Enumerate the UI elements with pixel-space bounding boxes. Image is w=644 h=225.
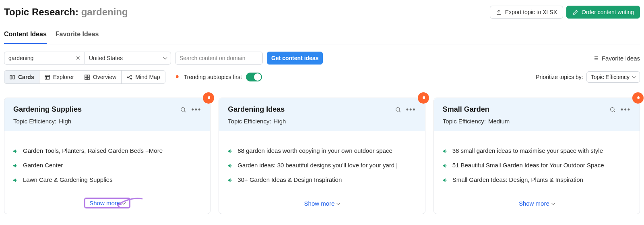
- idea-text: Garden Tools, Planters, Raised Garden Be…: [23, 147, 163, 154]
- search-icon[interactable]: [395, 106, 401, 113]
- list-icon: [592, 55, 599, 61]
- prioritize-dropdown[interactable]: Topic Efficiency: [586, 71, 640, 83]
- bullhorn-icon: [12, 148, 19, 154]
- chevron-down-icon: [163, 56, 167, 60]
- topic-efficiency: Topic Efficiency:High: [13, 118, 201, 125]
- page-title: Topic Research: gardening: [4, 6, 128, 18]
- get-ideas-label: Get content ideas: [271, 55, 318, 61]
- flame-icon: [173, 73, 180, 81]
- trending-toggle[interactable]: [246, 73, 262, 81]
- order-button-label: Order content writing: [582, 9, 634, 15]
- topic-card: Gardening Ideas•••Topic Efficiency:High8…: [219, 98, 425, 214]
- view-cards[interactable]: Cards: [4, 71, 39, 83]
- view-mind-map[interactable]: Mind Map: [122, 71, 165, 83]
- bullhorn-icon: [12, 162, 19, 169]
- search-icon[interactable]: [180, 106, 186, 113]
- topic-input[interactable]: gardening ✕: [4, 52, 85, 65]
- idea-text: Small Garden Ideas: Design, Plants & Ins…: [452, 176, 583, 183]
- flame-icon: [635, 95, 641, 101]
- trending-badge: [632, 92, 644, 104]
- card-title: Small Garden: [443, 105, 489, 114]
- idea-text: 88 garden ideas worth copying in your ow…: [237, 147, 392, 154]
- card-title: Gardening Ideas: [228, 105, 285, 114]
- trending-label: Trending subtopics first: [184, 74, 242, 80]
- export-button[interactable]: Export topic to XLSX: [490, 6, 563, 19]
- idea-item[interactable]: Garden Center: [12, 162, 202, 169]
- idea-text: Garden Center: [23, 162, 63, 169]
- export-button-label: Export topic to XLSX: [505, 9, 557, 15]
- idea-item[interactable]: 88 garden ideas worth copying in your ow…: [227, 147, 417, 154]
- tab-favorite-ideas[interactable]: Favorite Ideas: [56, 26, 99, 44]
- overview-icon: [84, 74, 90, 80]
- trending-badge: [418, 92, 429, 104]
- favorite-ideas-label: Favorite Ideas: [602, 55, 640, 62]
- idea-text: Lawn Care & Gardening Supplies: [23, 176, 113, 183]
- topic-card: Gardening Supplies•••Topic Efficiency:Hi…: [4, 98, 211, 214]
- title-query: gardening: [81, 6, 128, 17]
- more-icon[interactable]: •••: [621, 108, 631, 112]
- view-explorer[interactable]: Explorer: [39, 71, 79, 83]
- cards-icon: [9, 74, 15, 80]
- topic-input-value: gardening: [8, 55, 33, 61]
- search-domain-input[interactable]: Search content on domain: [175, 52, 263, 65]
- flame-icon: [421, 95, 426, 101]
- idea-item[interactable]: 51 Beautiful Small Garden Ideas for Your…: [442, 162, 632, 169]
- chevron-down-icon: [632, 75, 636, 79]
- bullhorn-icon: [227, 177, 233, 183]
- bullhorn-icon: [227, 148, 233, 154]
- favorite-ideas-link[interactable]: Favorite Ideas: [592, 55, 640, 62]
- idea-text: 51 Beautiful Small Garden Ideas for Your…: [452, 162, 604, 169]
- prioritize-value: Topic Efficiency: [591, 74, 630, 80]
- view-switcher: CardsExplorerOverviewMind Map: [4, 70, 165, 84]
- bullhorn-icon: [442, 148, 448, 154]
- bullhorn-icon: [442, 177, 448, 183]
- explorer-icon: [44, 74, 50, 80]
- idea-item[interactable]: Garden ideas: 30 beautiful designs you'l…: [227, 162, 417, 169]
- topic-card: Small Garden•••Topic Efficiency:Medium38…: [433, 98, 640, 214]
- bullhorn-icon: [227, 162, 233, 169]
- idea-item[interactable]: Garden Tools, Planters, Raised Garden Be…: [12, 147, 202, 154]
- title-prefix: Topic Research:: [4, 6, 81, 17]
- prioritize-label: Prioritize topics by:: [536, 74, 583, 80]
- more-icon[interactable]: •••: [406, 108, 416, 112]
- clear-topic-icon[interactable]: ✕: [76, 55, 80, 61]
- bullhorn-icon: [12, 177, 19, 183]
- chevron-down-icon: [551, 201, 555, 205]
- tabs: Content IdeasFavorite Ideas: [4, 26, 640, 44]
- idea-text: 38 small garden ideas to maximise your s…: [452, 147, 603, 154]
- chevron-down-icon: [122, 200, 126, 204]
- show-more-button[interactable]: Show more: [85, 199, 129, 207]
- topic-efficiency: Topic Efficiency:Medium: [443, 118, 631, 125]
- show-more-button[interactable]: Show more: [304, 200, 340, 207]
- mind-map-icon: [126, 74, 132, 80]
- view-overview[interactable]: Overview: [79, 71, 122, 83]
- search-domain-placeholder: Search content on domain: [180, 55, 245, 61]
- card-title: Gardening Supplies: [13, 105, 82, 114]
- tab-content-ideas[interactable]: Content Ideas: [4, 26, 47, 44]
- idea-text: 30+ Garden Ideas & Design Inspiration: [237, 176, 342, 183]
- country-select[interactable]: United States: [85, 52, 171, 65]
- more-icon[interactable]: •••: [191, 108, 201, 112]
- trending-badge: [203, 92, 214, 104]
- idea-item[interactable]: 30+ Garden Ideas & Design Inspiration: [227, 176, 417, 183]
- idea-text: Garden ideas: 30 beautiful designs you'l…: [237, 162, 398, 169]
- chevron-down-icon: [336, 201, 341, 205]
- show-more-button[interactable]: Show more: [519, 200, 555, 207]
- idea-item[interactable]: 38 small garden ideas to maximise your s…: [442, 147, 632, 154]
- country-value: United States: [89, 55, 123, 61]
- order-content-button[interactable]: Order content writing: [566, 6, 640, 19]
- search-icon[interactable]: [609, 106, 616, 113]
- get-content-ideas-button[interactable]: Get content ideas: [267, 52, 323, 65]
- idea-item[interactable]: Lawn Care & Gardening Supplies: [12, 176, 202, 183]
- bullhorn-icon: [442, 162, 448, 169]
- idea-item[interactable]: Small Garden Ideas: Design, Plants & Ins…: [442, 176, 632, 183]
- upload-icon: [496, 9, 502, 15]
- flame-icon: [206, 95, 211, 101]
- topic-efficiency: Topic Efficiency:High: [228, 118, 416, 125]
- edit-icon: [572, 9, 578, 15]
